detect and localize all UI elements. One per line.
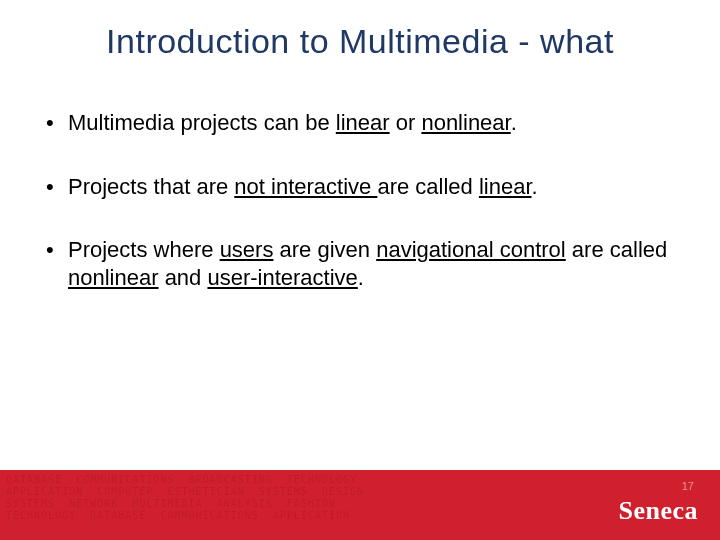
bullet-item: Projects that are not interactive are ca… bbox=[40, 173, 680, 201]
plain-text: are called bbox=[377, 174, 479, 199]
plain-text: Multimedia projects can be bbox=[68, 110, 336, 135]
slide: Introduction to Multimedia - what Multim… bbox=[0, 0, 720, 540]
underlined-text: not interactive bbox=[234, 174, 377, 199]
bullet-item: Multimedia projects can be linear or non… bbox=[40, 109, 680, 137]
bullet-item: Projects where users are given navigatio… bbox=[40, 236, 680, 291]
plain-text: Projects where bbox=[68, 237, 220, 262]
underlined-text: user-interactive bbox=[207, 265, 357, 290]
plain-text: . bbox=[532, 174, 538, 199]
slide-title: Introduction to Multimedia - what bbox=[0, 0, 720, 61]
plain-text: are called bbox=[566, 237, 668, 262]
plain-text: . bbox=[511, 110, 517, 135]
underlined-text: navigational control bbox=[376, 237, 566, 262]
underlined-text: users bbox=[220, 237, 274, 262]
plain-text: . bbox=[358, 265, 364, 290]
underlined-text: linear bbox=[479, 174, 532, 199]
underlined-text: nonlinear bbox=[68, 265, 159, 290]
plain-text: Projects that are bbox=[68, 174, 234, 199]
plain-text: are given bbox=[273, 237, 376, 262]
underlined-text: linear bbox=[336, 110, 390, 135]
plain-text: and bbox=[159, 265, 208, 290]
underlined-text: nonlinear bbox=[421, 110, 510, 135]
page-number: 17 bbox=[682, 480, 694, 492]
footer-texture: DATABASE COMMUNICATIONS BROADCASTING TEC… bbox=[0, 470, 720, 540]
bullet-list: Multimedia projects can be linear or non… bbox=[40, 109, 680, 291]
slide-body: Multimedia projects can be linear or non… bbox=[0, 61, 720, 291]
footer-bar: DATABASE COMMUNICATIONS BROADCASTING TEC… bbox=[0, 470, 720, 540]
plain-text: or bbox=[390, 110, 422, 135]
seneca-logo: Seneca bbox=[618, 496, 698, 526]
